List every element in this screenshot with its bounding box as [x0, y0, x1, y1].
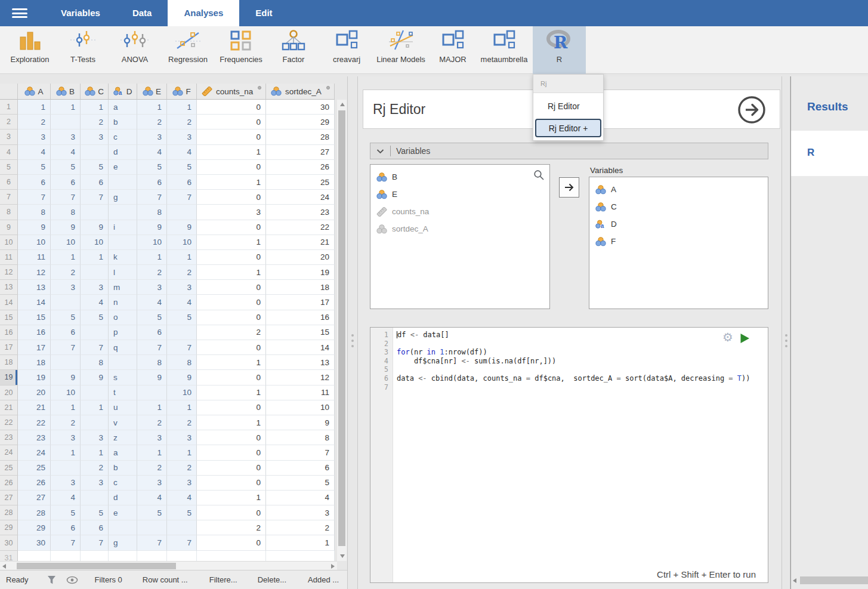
- cell[interactable]: 15: [266, 325, 335, 340]
- menu-item-rj-editor-[interactable]: Rj Editor +: [535, 119, 601, 137]
- cell[interactable]: 7: [18, 190, 51, 205]
- cell[interactable]: m: [109, 280, 137, 295]
- row-header-7[interactable]: 7: [0, 190, 18, 205]
- cell[interactable]: 1: [18, 100, 51, 115]
- cell[interactable]: 1: [51, 250, 81, 265]
- cell[interactable]: 12: [18, 265, 51, 280]
- horizontal-scroll-thumb[interactable]: [17, 563, 176, 569]
- ribbon-button-metaumbrella[interactable]: metaumbrella: [474, 26, 535, 74]
- cell[interactable]: 4: [18, 145, 51, 160]
- cell[interactable]: [167, 205, 197, 220]
- cell[interactable]: 29: [18, 520, 51, 535]
- cell[interactable]: 8: [18, 205, 51, 220]
- column-header-F[interactable]: F: [167, 84, 197, 100]
- row-header-23[interactable]: 23: [0, 430, 18, 445]
- cell[interactable]: 5: [81, 160, 109, 175]
- cell[interactable]: p: [109, 325, 137, 340]
- row-header-12[interactable]: 12: [0, 265, 18, 280]
- row-header-30[interactable]: 30: [0, 535, 18, 550]
- cell[interactable]: 30: [266, 100, 335, 115]
- move-variable-button[interactable]: [559, 177, 579, 198]
- right-panel-splitter[interactable]: [781, 76, 790, 589]
- cell[interactable]: 0: [197, 129, 266, 144]
- row-header-26[interactable]: 26: [0, 476, 18, 491]
- cell[interactable]: 0: [197, 461, 266, 476]
- cell[interactable]: 0: [197, 100, 266, 115]
- cell[interactable]: 7: [51, 535, 81, 550]
- cell[interactable]: 9: [18, 220, 51, 235]
- cell[interactable]: n: [109, 295, 137, 310]
- cell[interactable]: 1: [197, 491, 266, 505]
- cell[interactable]: 6: [167, 175, 197, 190]
- cell[interactable]: 1: [167, 100, 197, 115]
- cell[interactable]: 0: [197, 340, 266, 355]
- cell[interactable]: 7: [167, 340, 197, 355]
- cell[interactable]: 18: [266, 280, 335, 295]
- cell[interactable]: 1: [81, 250, 109, 265]
- status-item[interactable]: Filtere...: [209, 575, 237, 584]
- column-header-C[interactable]: C: [81, 84, 109, 100]
- cell[interactable]: 10: [81, 235, 109, 250]
- row-header-1[interactable]: 1: [0, 100, 18, 115]
- cell[interactable]: [51, 295, 81, 310]
- ribbon-button-factor[interactable]: Factor: [270, 26, 317, 74]
- cell[interactable]: 0: [197, 250, 266, 265]
- code-text[interactable]: df <- data[]for(nr in 1:nrow(df)) df$cna…: [397, 331, 765, 391]
- tab-analyses[interactable]: Analyses: [168, 0, 239, 26]
- cell[interactable]: 1: [167, 250, 197, 265]
- cell[interactable]: 5: [81, 505, 109, 520]
- cell[interactable]: d: [109, 145, 137, 160]
- cell[interactable]: 7: [81, 340, 109, 355]
- cell[interactable]: 0: [197, 476, 266, 491]
- cell[interactable]: 6: [81, 175, 109, 190]
- cell[interactable]: 4: [137, 491, 167, 505]
- cell[interactable]: 3: [81, 430, 109, 445]
- cell[interactable]: 7: [167, 190, 197, 205]
- cell[interactable]: 1: [197, 415, 266, 430]
- cell[interactable]: 5: [137, 310, 167, 325]
- cell[interactable]: [137, 520, 167, 535]
- cell[interactable]: 3: [167, 430, 197, 445]
- code-line-2[interactable]: [397, 340, 765, 349]
- status-item[interactable]: Added ...: [308, 575, 339, 584]
- cell[interactable]: [109, 355, 137, 370]
- cell[interactable]: 3: [137, 280, 167, 295]
- cell[interactable]: g: [109, 535, 137, 550]
- cell[interactable]: 7: [81, 535, 109, 550]
- scroll-down-arrow-icon[interactable]: [340, 554, 345, 558]
- cell[interactable]: 20: [266, 250, 335, 265]
- cell[interactable]: 7: [51, 190, 81, 205]
- cell[interactable]: 0: [197, 505, 266, 520]
- cell[interactable]: 3: [167, 476, 197, 491]
- tab-data[interactable]: Data: [116, 0, 168, 26]
- search-icon[interactable]: [533, 169, 545, 183]
- row-header-13[interactable]: 13: [0, 280, 18, 295]
- cell[interactable]: 10: [167, 235, 197, 250]
- cell[interactable]: 4: [167, 295, 197, 310]
- cell[interactable]: 8: [81, 355, 109, 370]
- row-header-5[interactable]: 5: [0, 160, 18, 175]
- code-line-5[interactable]: [397, 365, 765, 374]
- ribbon-button-creavarj[interactable]: creavarj: [322, 26, 371, 74]
- cell[interactable]: 1: [197, 355, 266, 370]
- cell[interactable]: 1: [197, 145, 266, 160]
- cell[interactable]: 15: [18, 310, 51, 325]
- cell[interactable]: 8: [137, 355, 167, 370]
- cell[interactable]: 5: [137, 160, 167, 175]
- variable-item-F[interactable]: F: [589, 233, 768, 250]
- collapse-analysis-arrow-button[interactable]: [736, 94, 768, 126]
- cell[interactable]: 10: [266, 400, 335, 415]
- cell[interactable]: [81, 145, 109, 160]
- ribbon-button-regression[interactable]: Regression: [160, 26, 216, 74]
- cell[interactable]: 9: [51, 370, 81, 385]
- cell[interactable]: 0: [197, 430, 266, 445]
- row-header-27[interactable]: 27: [0, 491, 18, 505]
- cell[interactable]: 2: [137, 415, 167, 430]
- scroll-right-arrow-icon[interactable]: [331, 564, 335, 569]
- cell[interactable]: 25: [18, 461, 51, 476]
- cell[interactable]: 6: [81, 520, 109, 535]
- cell[interactable]: 0: [197, 310, 266, 325]
- cell[interactable]: 0: [197, 295, 266, 310]
- cell[interactable]: 3: [137, 129, 167, 144]
- cell[interactable]: 7: [81, 190, 109, 205]
